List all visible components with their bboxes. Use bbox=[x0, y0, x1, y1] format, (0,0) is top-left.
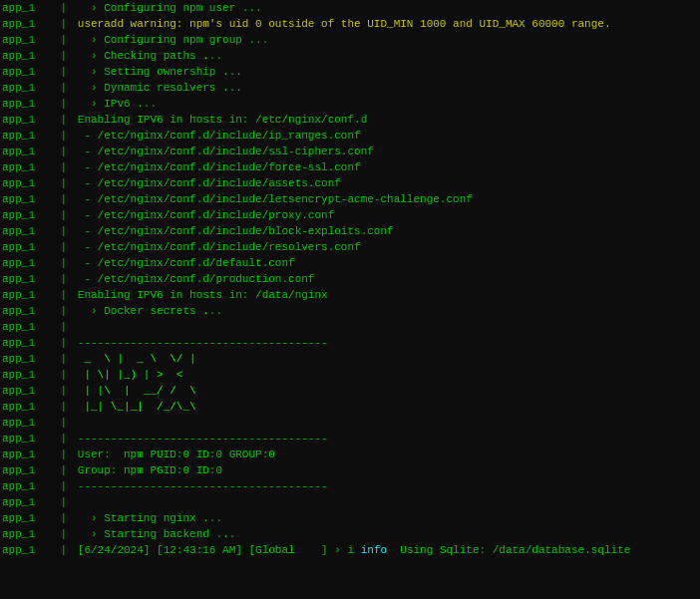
log-prefix: app_1 bbox=[2, 526, 54, 542]
log-line: app_1 | › Starting backend ... bbox=[0, 526, 700, 542]
log-line: app_1 | | \| |_) | > < bbox=[0, 367, 700, 383]
log-sep: | bbox=[54, 32, 74, 48]
log-prefix: app_1 bbox=[2, 447, 54, 462]
status-line: app_1 | [6/24/2024] [12:43:16 AM] [Globa… bbox=[0, 542, 700, 558]
log-sep: | bbox=[54, 287, 74, 303]
log-line: app_1 | User: npm PUID:0 ID:0 GROUP:0 bbox=[0, 447, 700, 462]
log-sep: | bbox=[54, 367, 74, 383]
log-line: app_1 | › Dynamic resolvers ... bbox=[0, 80, 700, 96]
log-line: app_1 | |_| \_|_| /_/\_\ bbox=[0, 399, 700, 415]
terminal: app_1 | › Configuring npm user ... app_1… bbox=[0, 0, 700, 599]
log-line: app_1 | Group: npm PGID:0 ID:0 bbox=[0, 462, 700, 478]
log-content: - /etc/nginx/conf.d/include/ssl-ciphers.… bbox=[78, 144, 698, 159]
log-content: › Setting ownership ... bbox=[78, 64, 698, 80]
log-sep: | bbox=[54, 303, 74, 319]
log-line: app_1 | › IPv6 ... bbox=[0, 96, 700, 112]
status-prefix: app_1 bbox=[2, 542, 54, 558]
log-sep: | bbox=[54, 128, 74, 144]
log-sep: | bbox=[54, 96, 74, 112]
log-content: › Configuring npm group ... bbox=[78, 32, 698, 48]
log-line: app_1 | - /etc/nginx/conf.d/include/reso… bbox=[0, 239, 700, 255]
log-line: app_1 | - /etc/nginx/conf.d/production.c… bbox=[0, 271, 700, 287]
log-prefix: app_1 bbox=[2, 494, 54, 510]
log-content: › Docker secrets ... bbox=[78, 303, 698, 319]
log-content: - /etc/nginx/conf.d/production.conf bbox=[78, 271, 698, 287]
log-line: app_1 | › Docker secrets ... bbox=[0, 303, 700, 319]
log-sep: | bbox=[54, 526, 74, 542]
log-content: - /etc/nginx/conf.d/include/assets.conf bbox=[78, 175, 698, 191]
log-content: | |\ | __/ / \ bbox=[78, 383, 698, 399]
log-line: app_1 | › Configuring npm group ... bbox=[0, 32, 700, 48]
log-line: app_1 | - /etc/nginx/conf.d/include/bloc… bbox=[0, 223, 700, 239]
log-content: User: npm PUID:0 ID:0 GROUP:0 bbox=[78, 447, 698, 462]
log-line: app_1 | bbox=[0, 494, 700, 510]
log-line: app_1 | - /etc/nginx/conf.d/include/prox… bbox=[0, 207, 700, 223]
log-sep: | bbox=[54, 64, 74, 80]
log-prefix: app_1 bbox=[2, 383, 54, 399]
log-line: app_1 | › Checking paths ... bbox=[0, 48, 700, 64]
log-prefix: app_1 bbox=[2, 415, 54, 431]
log-line: app_1 | useradd warning: npm's uid 0 out… bbox=[0, 16, 700, 32]
log-sep: | bbox=[54, 351, 74, 367]
log-sep: | bbox=[54, 223, 74, 239]
log-prefix: app_1 bbox=[2, 303, 54, 319]
log-line: app_1 | › Starting nginx ... bbox=[0, 510, 700, 526]
log-content bbox=[78, 415, 698, 431]
log-prefix: app_1 bbox=[2, 351, 54, 367]
log-prefix: app_1 bbox=[2, 367, 54, 383]
log-prefix: app_1 bbox=[2, 399, 54, 415]
log-sep: | bbox=[54, 271, 74, 287]
log-line: app_1 | - /etc/nginx/conf.d/include/lets… bbox=[0, 191, 700, 207]
log-sep: | bbox=[54, 431, 74, 447]
log-sep: | bbox=[54, 462, 74, 478]
log-sep: | bbox=[54, 48, 74, 64]
log-prefix: app_1 bbox=[2, 64, 54, 80]
log-content: - /etc/nginx/conf.d/include/letsencrypt-… bbox=[78, 191, 698, 207]
log-prefix: app_1 bbox=[2, 144, 54, 159]
log-line: app_1 | _ \ | _ \ \/ | bbox=[0, 351, 700, 367]
log-sep: | bbox=[54, 80, 74, 96]
log-line: app_1 | › Setting ownership ... bbox=[0, 64, 700, 80]
log-sep: | bbox=[54, 175, 74, 191]
log-prefix: app_1 bbox=[2, 96, 54, 112]
log-line: app_1 | - /etc/nginx/conf.d/include/ssl-… bbox=[0, 144, 700, 159]
log-content: › Checking paths ... bbox=[78, 48, 698, 64]
log-prefix: app_1 bbox=[2, 255, 54, 271]
log-prefix: app_1 bbox=[2, 287, 54, 303]
log-content: Enabling IPV6 in hosts in: /data/nginx bbox=[78, 287, 698, 303]
log-sep: | bbox=[54, 144, 74, 159]
log-prefix: app_1 bbox=[2, 112, 54, 128]
log-line: app_1 | Enabling IPV6 in hosts in: /etc/… bbox=[0, 112, 700, 128]
status-space bbox=[354, 542, 361, 558]
log-content: Enabling IPV6 in hosts in: /etc/nginx/co… bbox=[78, 112, 698, 128]
log-sep: | bbox=[54, 510, 74, 526]
log-content: - /etc/nginx/conf.d/include/force-ssl.co… bbox=[78, 159, 698, 175]
log-content: › Dynamic resolvers ... bbox=[78, 80, 698, 96]
log-sep: | bbox=[54, 383, 74, 399]
log-sep: | bbox=[54, 159, 74, 175]
log-prefix: app_1 bbox=[2, 319, 54, 335]
log-line: app_1 | | |\ | __/ / \ bbox=[0, 383, 700, 399]
log-line: app_1 | --------------------------------… bbox=[0, 478, 700, 494]
log-line: app_1 | - /etc/nginx/conf.d/include/forc… bbox=[0, 159, 700, 175]
log-sep: | bbox=[54, 478, 74, 494]
log-content: - /etc/nginx/conf.d/default.conf bbox=[78, 255, 698, 271]
log-sep: | bbox=[54, 255, 74, 271]
log-content bbox=[78, 494, 698, 510]
log-content: Group: npm PGID:0 ID:0 bbox=[78, 462, 698, 478]
log-sep: | bbox=[54, 239, 74, 255]
log-content: -------------------------------------- bbox=[78, 478, 698, 494]
log-prefix: app_1 bbox=[2, 207, 54, 223]
log-prefix: app_1 bbox=[2, 223, 54, 239]
log-sep: | bbox=[54, 447, 74, 462]
status-info-label: info bbox=[361, 542, 387, 558]
log-prefix: app_1 bbox=[2, 335, 54, 351]
log-sep: | bbox=[54, 112, 74, 128]
log-sep: | bbox=[54, 494, 74, 510]
log-prefix: app_1 bbox=[2, 271, 54, 287]
log-sep: | bbox=[54, 16, 74, 32]
log-line: app_1 | - /etc/nginx/conf.d/include/ip_r… bbox=[0, 128, 700, 144]
log-sep: | bbox=[54, 399, 74, 415]
log-prefix: app_1 bbox=[2, 510, 54, 526]
log-prefix: app_1 bbox=[2, 159, 54, 175]
